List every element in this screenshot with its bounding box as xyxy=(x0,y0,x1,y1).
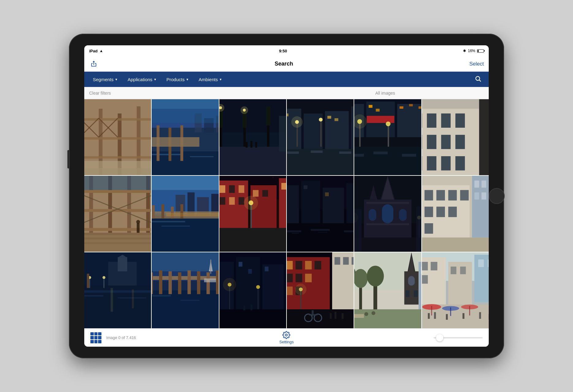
svg-rect-230 xyxy=(84,290,151,293)
grid-item[interactable] xyxy=(422,99,489,175)
grid-cell xyxy=(90,332,94,336)
grid-item[interactable] xyxy=(219,99,286,175)
svg-rect-223 xyxy=(481,192,486,199)
svg-rect-348 xyxy=(478,259,484,267)
slider-track xyxy=(434,337,483,338)
wifi-icon: ▲ xyxy=(99,49,103,53)
home-button[interactable] xyxy=(489,188,505,204)
svg-rect-202 xyxy=(416,207,421,252)
svg-rect-219 xyxy=(474,181,479,188)
svg-rect-308 xyxy=(312,310,313,316)
svg-rect-302 xyxy=(351,257,354,265)
svg-rect-10 xyxy=(84,156,151,159)
grid-item[interactable] xyxy=(219,252,286,328)
svg-point-241 xyxy=(103,276,105,279)
svg-rect-328 xyxy=(414,290,418,297)
svg-rect-79 xyxy=(369,105,372,108)
status-left: iPad ▲ xyxy=(89,49,103,53)
grid-cell xyxy=(98,340,101,343)
grid-cell xyxy=(90,340,94,343)
svg-rect-80 xyxy=(376,109,380,111)
filter-applications[interactable]: Applications ▼ xyxy=(123,74,161,85)
svg-rect-182 xyxy=(292,233,299,234)
settings-button[interactable]: Settings xyxy=(279,331,294,344)
all-images-label: All images xyxy=(286,91,484,96)
svg-rect-90 xyxy=(354,147,421,175)
svg-rect-277 xyxy=(243,306,245,311)
battery-icon xyxy=(477,49,484,53)
grid-item[interactable] xyxy=(152,252,218,328)
search-button[interactable] xyxy=(471,73,485,86)
svg-rect-256 xyxy=(169,271,172,294)
svg-rect-330 xyxy=(421,267,421,274)
filter-products[interactable]: Products ▼ xyxy=(161,74,194,85)
svg-rect-192 xyxy=(399,209,407,221)
svg-rect-66 xyxy=(320,121,322,147)
svg-rect-137 xyxy=(152,221,185,222)
svg-rect-170 xyxy=(287,185,299,223)
chevron-down-icon: ▼ xyxy=(186,78,189,81)
svg-rect-195 xyxy=(354,238,421,252)
svg-point-126 xyxy=(136,220,140,224)
filter-row: Clear filters All images xyxy=(84,87,489,99)
grid-item[interactable] xyxy=(84,99,151,175)
svg-rect-289 xyxy=(296,261,302,270)
grid-item[interactable] xyxy=(422,176,489,252)
grid-item[interactable] xyxy=(287,176,354,252)
grid-item[interactable] xyxy=(84,252,151,328)
filter-segments[interactable]: Segments ▼ xyxy=(88,74,123,85)
grid-item[interactable] xyxy=(84,176,151,252)
grid-toggle-button[interactable] xyxy=(90,332,101,343)
grid-item[interactable] xyxy=(152,99,218,175)
grid-item[interactable] xyxy=(354,176,421,252)
svg-rect-105 xyxy=(422,156,422,171)
svg-rect-104 xyxy=(455,135,465,149)
svg-rect-21 xyxy=(152,154,180,155)
filter-ambients[interactable]: Ambients ▼ xyxy=(194,74,227,85)
svg-rect-297 xyxy=(287,287,293,295)
grid-item[interactable] xyxy=(152,176,218,252)
filter-ambients-label: Ambients xyxy=(199,77,218,82)
svg-rect-97 xyxy=(422,114,422,128)
svg-rect-161 xyxy=(281,183,286,190)
slider-thumb[interactable] xyxy=(436,334,443,341)
svg-rect-40 xyxy=(266,106,270,125)
svg-rect-190 xyxy=(382,204,393,223)
svg-rect-57 xyxy=(351,106,354,151)
svg-rect-84 xyxy=(367,116,394,123)
clear-filters-button[interactable]: Clear filters xyxy=(89,91,286,96)
grid-item[interactable] xyxy=(354,99,421,175)
filter-applications-label: Applications xyxy=(127,77,152,82)
svg-rect-254 xyxy=(152,272,153,294)
svg-rect-251 xyxy=(180,300,199,301)
svg-rect-214 xyxy=(448,207,457,217)
svg-rect-309 xyxy=(330,313,332,319)
svg-point-0 xyxy=(476,76,480,80)
svg-rect-361 xyxy=(462,313,464,319)
svg-rect-99 xyxy=(441,114,450,128)
size-slider[interactable] xyxy=(434,337,483,338)
svg-point-67 xyxy=(319,118,323,121)
grid-item[interactable] xyxy=(354,252,421,328)
status-bar: iPad ▲ 9:50 ✱ 16% xyxy=(84,45,489,56)
grid-cell xyxy=(94,340,98,343)
svg-rect-263 xyxy=(211,259,211,274)
svg-rect-208 xyxy=(436,190,445,201)
filter-products-label: Products xyxy=(166,77,184,82)
svg-rect-62 xyxy=(335,118,338,121)
grid-item[interactable] xyxy=(287,252,354,328)
svg-rect-216 xyxy=(424,223,433,234)
share-button[interactable] xyxy=(89,59,98,69)
svg-rect-278 xyxy=(250,305,252,311)
grid-item[interactable] xyxy=(422,252,489,328)
svg-rect-247 xyxy=(152,252,218,271)
grid-item[interactable] xyxy=(287,99,354,175)
svg-rect-47 xyxy=(246,142,248,148)
svg-rect-290 xyxy=(305,261,312,270)
select-button[interactable]: Select xyxy=(469,61,484,67)
svg-rect-125 xyxy=(137,223,139,233)
svg-rect-295 xyxy=(305,274,312,282)
grid-item[interactable] xyxy=(219,176,286,252)
svg-rect-179 xyxy=(287,230,301,232)
svg-rect-59 xyxy=(287,114,288,116)
